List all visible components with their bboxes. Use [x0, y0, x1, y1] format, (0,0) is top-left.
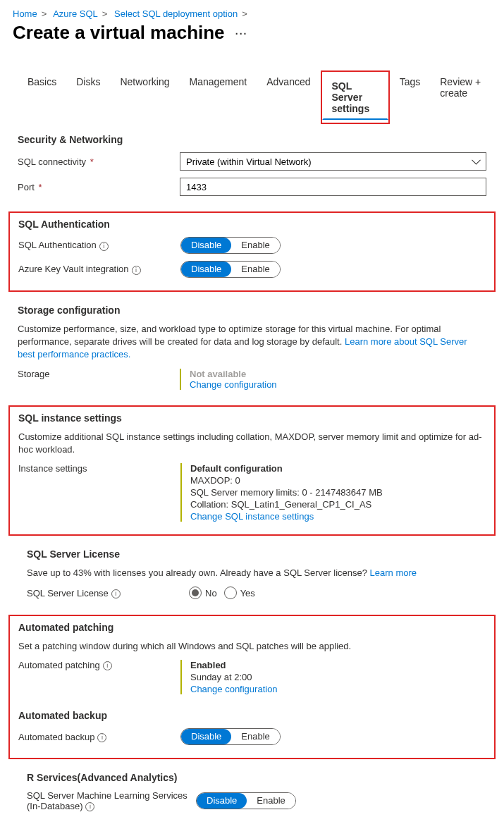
tab-management[interactable]: Management — [180, 70, 257, 124]
autobackup-label: Automated backupi — [18, 732, 180, 742]
instance-desc: Customize additional SQL instance settin… — [18, 431, 486, 456]
breadcrumb-deploy-option[interactable]: Select SQL deployment option — [114, 8, 238, 19]
info-icon[interactable]: i — [85, 802, 94, 811]
instance-settings-label: Instance settings — [18, 463, 180, 474]
section-security-networking: Security & Networking — [18, 134, 486, 145]
port-input[interactable] — [180, 178, 486, 196]
instance-default-config: Default configuration — [190, 463, 486, 474]
section-sql-server-license: SQL Server License — [27, 548, 477, 560]
tabs: Basics Disks Networking Management Advan… — [0, 49, 504, 124]
rservices-disable[interactable]: Disable — [197, 793, 247, 809]
autobackup-enable[interactable]: Enable — [231, 729, 279, 744]
breadcrumb-home[interactable]: Home — [13, 8, 37, 19]
license-label: SQL Server Licensei — [27, 588, 189, 598]
license-radio-no[interactable]: No — [189, 587, 217, 599]
sql-connectivity-label: SQL connectivity * — [18, 156, 180, 167]
storage-label: Storage — [18, 369, 180, 379]
page-title: Create a virtual machine ··· — [0, 20, 504, 49]
license-learn-link[interactable]: Learn more — [370, 567, 417, 578]
akv-enable[interactable]: Enable — [231, 262, 279, 277]
info-icon[interactable]: i — [132, 266, 141, 275]
more-icon[interactable]: ··· — [235, 28, 248, 39]
tab-advanced[interactable]: Advanced — [257, 70, 320, 124]
autopatch-desc: Set a patching window during which all W… — [18, 640, 486, 653]
rservices-label: SQL Server Machine Learning Services (In… — [27, 790, 196, 811]
tab-tags[interactable]: Tags — [390, 70, 431, 124]
rservices-enable[interactable]: Enable — [247, 793, 295, 809]
rservices-toggle[interactable]: Disable Enable — [196, 792, 296, 809]
section-storage-configuration: Storage configuration — [18, 305, 486, 316]
section-automated-patching: Automated patching — [18, 622, 486, 633]
storage-value: Not available — [190, 369, 486, 379]
info-icon[interactable]: i — [111, 589, 121, 598]
autopatch-change-link[interactable]: Change configuration — [190, 684, 486, 694]
section-r-services: R Services(Advanced Analytics) — [27, 772, 477, 783]
port-label: Port * — [18, 182, 180, 192]
instance-memory: SQL Server memory limits: 0 - 2147483647… — [190, 487, 486, 498]
akv-label: Azure Key Vault integrationi — [18, 264, 180, 274]
autopatch-enabled: Enabled — [190, 660, 486, 670]
sql-auth-disable[interactable]: Disable — [181, 238, 231, 253]
breadcrumb: Home> Azure SQL> Select SQL deployment o… — [0, 6, 504, 20]
autopatch-schedule: Sunday at 2:00 — [190, 672, 486, 682]
sql-authentication-label: SQL Authenticationi — [18, 240, 180, 250]
section-sql-authentication: SQL Authentication — [18, 219, 486, 230]
autobackup-toggle[interactable]: Disable Enable — [180, 728, 281, 745]
sql-connectivity-select[interactable]: Private (within Virtual Network) — [180, 152, 486, 171]
tab-disks[interactable]: Disks — [66, 70, 110, 124]
sql-auth-enable[interactable]: Enable — [231, 238, 279, 253]
license-desc: Save up to 43% with licenses you already… — [27, 567, 477, 579]
akv-disable[interactable]: Disable — [181, 262, 231, 277]
akv-toggle[interactable]: Disable Enable — [180, 261, 281, 278]
license-radio-yes[interactable]: Yes — [224, 587, 255, 599]
autopatch-label: Automated patchingi — [18, 660, 180, 670]
tab-basics[interactable]: Basics — [18, 70, 66, 124]
instance-collation: Collation: SQL_Latin1_General_CP1_CI_AS — [190, 499, 486, 510]
autobackup-disable[interactable]: Disable — [181, 729, 231, 744]
info-icon[interactable]: i — [99, 242, 109, 251]
info-icon[interactable]: i — [103, 661, 112, 670]
section-automated-backup: Automated backup — [18, 710, 486, 721]
tab-networking[interactable]: Networking — [110, 70, 179, 124]
instance-maxdop: MAXDOP: 0 — [190, 475, 486, 486]
tab-sql-server-settings[interactable]: SQL Server settings — [322, 75, 388, 120]
storage-change-link[interactable]: Change configuration — [190, 379, 486, 390]
section-sql-instance-settings: SQL instance settings — [18, 412, 486, 424]
instance-change-link[interactable]: Change SQL instance settings — [190, 511, 486, 522]
info-icon[interactable]: i — [97, 733, 106, 742]
sql-authentication-toggle[interactable]: Disable Enable — [180, 237, 281, 254]
tab-review-create[interactable]: Review + create — [430, 70, 491, 124]
storage-desc: Customize performance, size, and workloa… — [18, 323, 486, 362]
breadcrumb-azure-sql[interactable]: Azure SQL — [53, 8, 98, 19]
